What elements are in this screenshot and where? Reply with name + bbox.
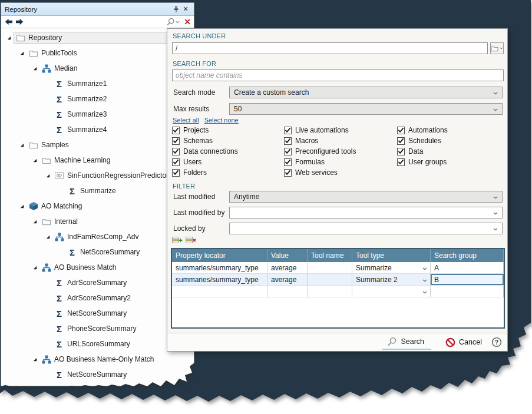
checkbox-box[interactable] (172, 169, 180, 177)
add-row-icon[interactable] (172, 236, 183, 246)
expand-arrow-icon[interactable] (18, 143, 27, 148)
checkbox-box[interactable] (284, 169, 292, 177)
tree-item[interactable]: Machine Learning (1, 153, 194, 168)
select-all-link[interactable]: Select all (173, 117, 199, 124)
criteria-cell-value[interactable]: average (267, 262, 308, 273)
criteria-cell-group[interactable] (431, 286, 504, 297)
checkbox-box[interactable] (172, 127, 180, 134)
search-mode-select[interactable]: Create a custom search (229, 87, 503, 98)
criteria-cell-tool_name[interactable] (308, 274, 352, 285)
checkbox-box[interactable] (284, 158, 292, 166)
tree-item[interactable]: Repository (1, 30, 194, 45)
chevron-down-icon[interactable] (175, 17, 180, 27)
tree-item[interactable]: ΣSummarize4 (1, 122, 194, 137)
tree-item[interactable]: Samples (1, 137, 194, 153)
search-button[interactable]: Search (382, 335, 431, 350)
tree-item[interactable]: IndFamResComp_Adv (1, 229, 194, 244)
checkbox-schedules[interactable]: Schedules (397, 135, 448, 146)
checkbox-box[interactable] (397, 127, 405, 134)
checkbox-user-groups[interactable]: User groups (397, 157, 448, 167)
search-under-input[interactable] (172, 42, 488, 54)
criteria-cell-value[interactable]: average (267, 274, 308, 285)
search-for-input[interactable] (172, 69, 504, 81)
tree-item[interactable]: AO Business Name-Only Match (1, 352, 194, 367)
expand-arrow-icon[interactable] (31, 265, 39, 270)
remove-row-icon[interactable] (186, 236, 196, 246)
criteria-cell-tool_type[interactable]: Summarize 2 (352, 274, 431, 285)
checkbox-box[interactable] (284, 127, 292, 134)
criteria-cell-group[interactable]: A (431, 262, 504, 273)
tree-item[interactable]: Median (1, 61, 194, 76)
criteria-cell-tool_name[interactable] (308, 262, 352, 273)
criteria-cell-tool_type[interactable] (352, 286, 431, 297)
cancel-button[interactable]: Cancel (445, 337, 482, 347)
help-button[interactable]: ? (491, 337, 502, 347)
criteria-cell-tool_type[interactable]: Summarize (352, 262, 431, 273)
back-arrow-icon[interactable] (4, 17, 14, 27)
expand-arrow-icon[interactable] (5, 35, 14, 41)
criteria-cell-property[interactable]: summaries/summary_type (172, 262, 267, 273)
criteria-cell-tool_name[interactable] (308, 286, 352, 297)
criteria-row-2[interactable] (172, 286, 504, 297)
criteria-row-1[interactable]: summaries/summary_typeaverageSummarize 2… (172, 274, 504, 286)
tree-item[interactable]: ΣNetScoreSummary (1, 367, 194, 382)
criteria-cell-property[interactable]: summaries/summary_type (172, 274, 267, 285)
tree-item[interactable]: ΣSummarize3 (1, 107, 194, 122)
criteria-row-0[interactable]: summaries/summary_typeaverageSummarizeA (172, 262, 504, 274)
folder-picker-button[interactable] (490, 42, 504, 54)
checkbox-folders[interactable]: Folders (172, 167, 238, 178)
forward-arrow-icon[interactable] (15, 17, 24, 27)
checkbox-box[interactable] (397, 137, 405, 145)
checkbox-formulas[interactable]: Formulas (284, 157, 356, 167)
checkbox-live-automations[interactable]: Live automations (284, 125, 356, 135)
criteria-cell-group[interactable]: B (431, 274, 504, 285)
checkbox-box[interactable] (172, 148, 180, 155)
filter-select-0[interactable]: Anytime (229, 191, 503, 203)
tree-item[interactable]: ΣURLScoreSummary (1, 336, 194, 352)
tree-item[interactable]: ΣNetScoreSummary (1, 306, 194, 321)
search-dropdown-icon[interactable] (166, 17, 175, 27)
expand-arrow-icon[interactable] (31, 158, 39, 163)
tree-item[interactable]: ΣAdrScoreSummary (1, 275, 194, 290)
expand-arrow-icon[interactable] (31, 219, 39, 224)
expand-arrow-icon[interactable] (31, 357, 39, 362)
checkbox-projects[interactable]: Projects (172, 125, 238, 135)
expand-arrow-icon[interactable] (18, 204, 27, 209)
filter-select-1[interactable] (229, 207, 503, 218)
expand-arrow-icon[interactable] (31, 66, 39, 71)
checkbox-data[interactable]: Data (397, 146, 448, 157)
checkbox-box[interactable] (284, 148, 292, 155)
expand-arrow-icon[interactable] (44, 234, 52, 240)
tree-item[interactable]: AO Matching (1, 198, 194, 214)
max-results-select[interactable]: 50 (229, 103, 503, 115)
checkbox-schemas[interactable]: Schemas (172, 135, 238, 146)
pin-icon[interactable] (171, 5, 181, 14)
tree-item[interactable]: PublicTools (1, 45, 194, 61)
tree-item[interactable]: ΣSummarize2 (1, 91, 194, 107)
checkbox-box[interactable] (397, 148, 405, 155)
tree-item[interactable]: ΣSummarize1 (1, 76, 194, 91)
tree-item[interactable]: ΣSummarize (1, 183, 194, 198)
checkbox-box[interactable] (172, 158, 180, 166)
checkbox-automations[interactable]: Automations (397, 125, 448, 135)
select-none-link[interactable]: Select none (204, 117, 239, 124)
checkbox-preconfigured-tools[interactable]: Preconfigured tools (284, 146, 356, 157)
filter-select-2[interactable] (229, 223, 503, 234)
tree-item[interactable]: ΣNetScoreSummary (1, 244, 194, 260)
checkbox-web-services[interactable]: Web services (284, 167, 356, 178)
tree-item[interactable]: Internal (1, 214, 194, 229)
tree-item[interactable]: ΣPhoneScoreSummary (1, 321, 194, 336)
checkbox-data-connections[interactable]: Data connections (172, 146, 238, 157)
checkbox-box[interactable] (397, 158, 405, 166)
checkbox-box[interactable] (284, 137, 292, 145)
tree-item[interactable]: ΣAdrScoreSummary2 (1, 290, 194, 306)
close-icon[interactable]: ✕ (181, 5, 190, 14)
tree-item[interactable]: AO Business Match (1, 260, 194, 275)
checkbox-box[interactable] (172, 137, 180, 145)
checkbox-users[interactable]: Users (172, 157, 238, 167)
expand-arrow-icon[interactable] (18, 51, 27, 56)
checkbox-macros[interactable]: Macros (284, 135, 356, 146)
expand-arrow-icon[interactable] (44, 173, 52, 178)
clear-search-icon[interactable]: ✕ (184, 18, 191, 26)
criteria-cell-value[interactable] (267, 286, 308, 297)
